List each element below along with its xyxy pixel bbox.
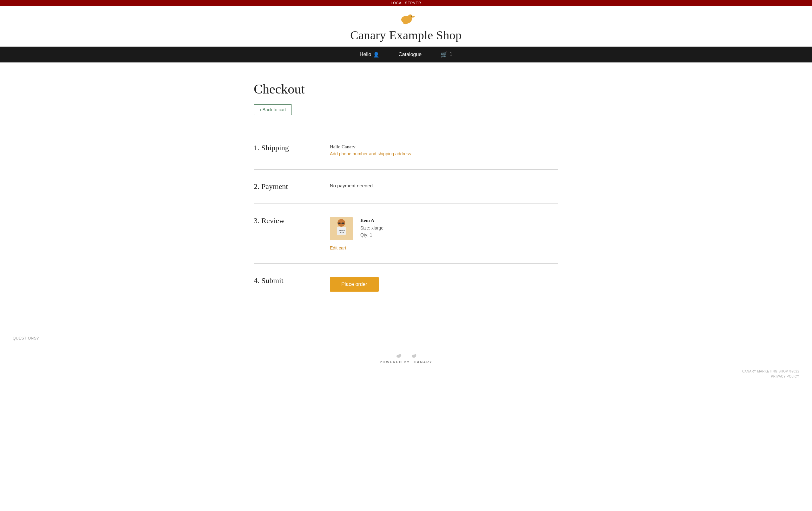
svg-marker-2 xyxy=(413,16,415,18)
svg-rect-8 xyxy=(338,222,341,224)
shipping-user-name: Hello Canary xyxy=(330,144,558,150)
footer-bird-left xyxy=(395,353,402,359)
footer-powered-by: POWERED BY CANARY xyxy=(0,360,812,364)
payment-message: No payment needed. xyxy=(330,183,558,188)
place-order-button[interactable]: Place order xyxy=(330,277,379,292)
size-label: Size: xyxy=(360,226,370,231)
footer-bird-right xyxy=(410,353,417,359)
footer-questions: QUESTIONS? xyxy=(0,330,812,347)
qty-value: 1 xyxy=(370,232,372,237)
cart-count: 1 xyxy=(450,52,452,57)
payment-title: 2. Payment xyxy=(254,182,304,191)
svg-rect-10 xyxy=(341,223,342,223)
size-value: xlarge xyxy=(371,226,383,231)
site-logo xyxy=(397,12,415,26)
local-server-bar: LOCAL SERVER xyxy=(0,0,812,6)
site-title: Canary Example Shop xyxy=(350,28,462,42)
svg-point-1 xyxy=(408,14,413,19)
svg-point-3 xyxy=(403,22,408,24)
page-title: Checkout xyxy=(254,82,558,97)
payment-section: 2. Payment No payment needed. xyxy=(254,170,558,204)
submit-content: Place order xyxy=(330,276,558,292)
review-content: WOMEN RULE Item A Size: xlarge Qty: 1 xyxy=(330,216,558,251)
svg-point-18 xyxy=(414,354,416,356)
svg-marker-16 xyxy=(401,355,402,355)
item-size: Size: xlarge xyxy=(360,224,383,232)
nav-hello-label: Hello xyxy=(360,52,371,57)
item-qty: Qty: 1 xyxy=(360,232,383,238)
footer-plus: + xyxy=(405,354,407,359)
user-icon: 👤 xyxy=(373,52,379,58)
nav-catalogue-label: Catalogue xyxy=(398,52,422,57)
questions-label: QUESTIONS? xyxy=(13,336,39,340)
nav-item-catalogue[interactable]: Catalogue xyxy=(398,52,422,57)
submit-section: 4. Submit Place order xyxy=(254,264,558,304)
cart-icon: 🛒 xyxy=(441,51,447,58)
powered-by-label: POWERED BY xyxy=(380,360,410,364)
shipping-title: 1. Shipping xyxy=(254,144,304,152)
svg-point-15 xyxy=(399,354,401,356)
footer-copyright: CANARY MARKETING SHOP ©2022 xyxy=(742,369,799,374)
review-item: WOMEN RULE Item A Size: xlarge Qty: 1 xyxy=(330,217,558,240)
site-nav: Hello 👤 Catalogue 🛒 1 xyxy=(0,47,812,62)
shipping-content: Hello Canary Add phone number and shippi… xyxy=(330,144,558,157)
review-title: 3. Review xyxy=(254,216,304,225)
svg-point-4 xyxy=(411,16,412,17)
nav-item-hello[interactable]: Hello 👤 xyxy=(360,52,379,58)
footer-logo: + xyxy=(0,353,812,359)
shipping-add-info-link[interactable]: Add phone number and shipping address xyxy=(330,151,411,156)
item-details: Item A Size: xlarge Qty: 1 xyxy=(360,217,383,239)
edit-cart-link[interactable]: Edit cart xyxy=(330,245,346,250)
main-content: Checkout ‹ Back to cart 1. Shipping Hell… xyxy=(235,62,577,330)
item-image: WOMEN RULE xyxy=(330,217,353,240)
nav-item-cart[interactable]: 🛒 1 xyxy=(441,51,452,58)
footer: QUESTIONS? + POWERED BY CANARY CANARY MA… xyxy=(0,330,812,381)
review-section: 3. Review xyxy=(254,204,558,264)
local-server-label: LOCAL SERVER xyxy=(391,1,421,5)
qty-label: Qty: xyxy=(360,232,369,237)
site-header: Canary Example Shop xyxy=(0,6,812,42)
back-to-cart-button[interactable]: ‹ Back to cart xyxy=(254,104,292,115)
svg-marker-19 xyxy=(416,355,417,355)
footer-bottom: CANARY MARKETING SHOP ©2022 PRIVACY POLI… xyxy=(0,367,812,381)
shipping-section: 1. Shipping Hello Canary Add phone numbe… xyxy=(254,131,558,169)
item-image-svg: WOMEN RULE xyxy=(330,217,353,240)
footer-privacy-policy[interactable]: PRIVACY POLICY xyxy=(742,374,799,379)
footer-center: + POWERED BY CANARY xyxy=(0,347,812,367)
svg-rect-9 xyxy=(342,222,345,224)
payment-content: No payment needed. xyxy=(330,182,558,188)
item-name: Item A xyxy=(360,218,383,223)
powered-by-brand: CANARY xyxy=(414,360,432,364)
submit-title: 4. Submit xyxy=(254,276,304,285)
svg-text:RULE: RULE xyxy=(340,232,344,233)
